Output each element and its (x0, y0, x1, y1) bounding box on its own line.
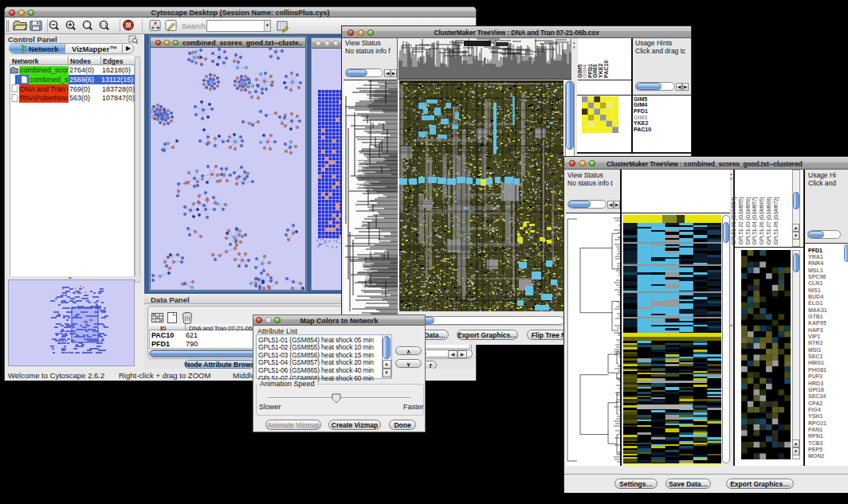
svg-text:1:1: 1:1 (101, 22, 107, 27)
